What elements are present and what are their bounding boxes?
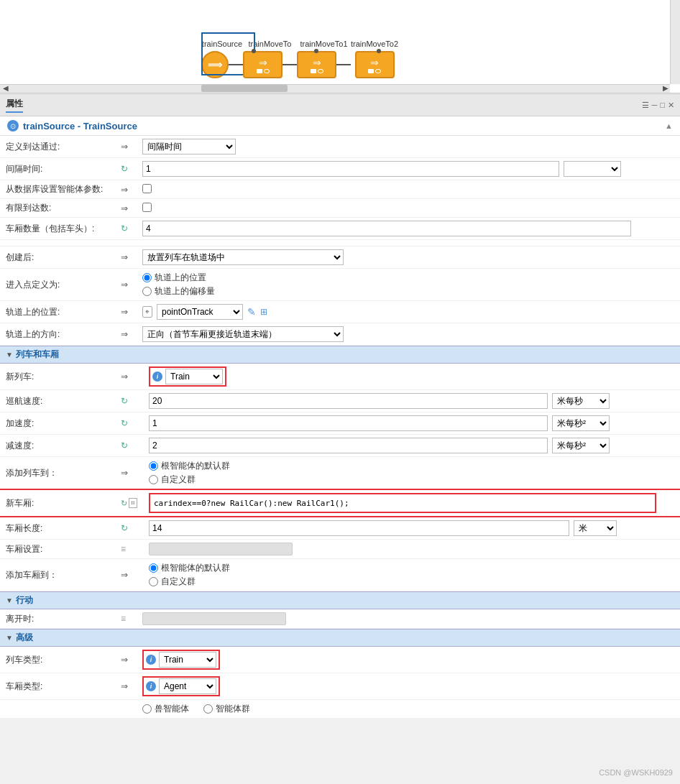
decel-input[interactable]: [149, 438, 548, 453]
node-source-icon[interactable]: ⟹: [201, 51, 229, 78]
node-trainMoveTo[interactable]: trainMoveTo ⇒: [243, 40, 297, 78]
decel-label: 减速度:: [0, 435, 115, 457]
decel-unit[interactable]: 米每秒²: [552, 438, 610, 453]
section-action-divider: ▼ 行动: [0, 591, 680, 609]
track-edit-icon[interactable]: ✎: [247, 306, 256, 318]
track-link-icon[interactable]: ⊞: [260, 307, 267, 317]
accel-label: 加速度:: [0, 412, 115, 435]
sync-icon-4: ↻: [121, 418, 128, 428]
row-limit-arrival: 有限到达数: ⇒: [0, 199, 680, 218]
section-icon: ⊙: [7, 120, 19, 132]
row-track-position: 轨道上的位置: ⇒ ⌖ pointOnTrack ✎ ⊞: [0, 301, 680, 323]
entry-point-radio-2[interactable]: 轨道上的偏移量: [142, 285, 674, 298]
section-advanced-divider: ▼ 高级: [0, 629, 680, 647]
car-type-info-icon[interactable]: i: [146, 681, 156, 691]
db-param-checkbox[interactable]: [142, 184, 152, 193]
agent-type-radio[interactable]: 兽智能体: [142, 703, 189, 715]
arrow-icon-10: ⇒: [121, 570, 128, 580]
properties-panel: 属性 ☰ ─ □ ✕ ⊙ trainSource - TrainSource ▲…: [0, 93, 680, 719]
depart-label: 离开时:: [0, 609, 115, 629]
add-car-radio-1[interactable]: 根智能体的默认群: [149, 562, 674, 574]
row-cruise-speed: 巡航速度: ↻ 米每秒: [0, 390, 680, 412]
row-after-create: 创建后: ⇒ 放置列车在轨道场中: [0, 246, 680, 269]
track-position-select[interactable]: pointOnTrack: [157, 304, 243, 320]
limit-arrival-checkbox[interactable]: [142, 203, 152, 212]
interval-input[interactable]: [142, 161, 559, 177]
node-trainMoveTo2-label: trainMoveTo2: [351, 40, 398, 48]
arrow-icon-6: ⇒: [121, 307, 128, 317]
row-new-train: 新列车: ⇒ i Train: [0, 364, 680, 390]
section-train-car-divider: ▼ 列车和车厢: [0, 346, 680, 364]
panel-menu-icon[interactable]: ☰: [642, 101, 649, 110]
row-add-car: 添加车厢到： ⇒ 根智能体的默认群 自定义群: [0, 559, 680, 591]
new-train-select[interactable]: Train: [165, 369, 223, 384]
row-entry-point: 进入点定义为: ⇒ 轨道上的位置 轨道上的偏移量: [0, 269, 680, 301]
new-car-input[interactable]: [151, 495, 654, 511]
sync-icon-5: ↻: [121, 441, 128, 451]
node-trainSource[interactable]: trainSource ⟹: [201, 40, 243, 78]
row-car-settings: 车厢设置: ≡: [0, 540, 680, 559]
smart-type-radio[interactable]: 智能体群: [203, 703, 250, 715]
car-length-label: 车厢长度:: [0, 517, 115, 540]
properties-tab[interactable]: 属性: [6, 98, 23, 113]
sync-icon-7: ↻: [121, 523, 128, 533]
cruise-speed-input[interactable]: [149, 393, 548, 409]
panel-maximize-icon[interactable]: □: [660, 101, 665, 110]
arrow-icon-8: ⇒: [121, 372, 128, 382]
node-trainMoveTo1[interactable]: trainMoveTo1 ⇒: [297, 40, 351, 78]
track-direction-label: 轨道上的方向:: [0, 323, 115, 346]
train-info-icon[interactable]: i: [152, 372, 162, 382]
panel-minimize-icon[interactable]: ─: [652, 101, 658, 110]
row-agent-type: 兽智能体 智能体群: [0, 700, 680, 719]
node-trainMoveTo-label: trainMoveTo: [249, 40, 292, 48]
row-add-train: 添加列车到： ⇒ 根智能体的默认群 自定义群: [0, 457, 680, 490]
car-count-input[interactable]: [142, 221, 631, 236]
panel-close-icon[interactable]: ✕: [668, 101, 674, 110]
car-length-input[interactable]: [149, 520, 569, 536]
arrow-icon-3: ⇒: [121, 203, 128, 213]
arrow-icon-4: ⇒: [121, 252, 128, 262]
car-length-unit[interactable]: 米: [574, 520, 617, 536]
advanced-form: 列车类型: ⇒ i Train 车厢类型: ⇒ i: [0, 647, 680, 719]
panel-tab-bar: 属性 ☰ ─ □ ✕: [0, 95, 680, 116]
arrow-icon-11: ⇒: [121, 655, 128, 665]
section-title: trainSource - TrainSource: [23, 121, 137, 132]
accel-unit[interactable]: 米每秒²: [552, 415, 610, 431]
train-type-select[interactable]: Train: [159, 652, 216, 668]
sync-icon-6: ↻: [121, 499, 127, 508]
train-type-info-icon[interactable]: i: [146, 655, 156, 665]
row-new-car: 新车厢: ↻ ⌗: [0, 489, 680, 517]
node-trainMoveTo2[interactable]: trainMoveTo2 ⇒: [351, 40, 398, 78]
properties-form: 定义到达通过: ⇒ 间隔时间 间隔时间: ↻ 分钟: [0, 136, 680, 346]
add-train-radio-1[interactable]: 根智能体的默认群: [149, 460, 674, 472]
interval-unit-select[interactable]: 分钟: [564, 161, 621, 177]
db-param-label: 从数据库设置智能体参数:: [0, 180, 115, 199]
row-db-param: 从数据库设置智能体参数: ⇒: [0, 180, 680, 199]
row-accel: 加速度: ↻ 米每秒²: [0, 412, 680, 435]
arrow-icon-5: ⇒: [121, 280, 128, 290]
arrow-icon-9: ⇒: [121, 468, 128, 478]
add-car-radio-2[interactable]: 自定义群: [149, 576, 674, 588]
code-icon: ⌗: [129, 498, 137, 508]
eq-icon-2: ≡: [121, 614, 126, 624]
row-define-arrival: 定义到达通过: ⇒ 间隔时间: [0, 136, 680, 158]
after-create-select[interactable]: 放置列车在轨道场中: [142, 249, 344, 265]
action-form: 离开时: ≡: [0, 609, 680, 629]
car-type-select[interactable]: Agent: [159, 678, 216, 694]
canvas-area: trainSource ⟹ trainMoveTo ⇒: [0, 0, 680, 93]
row-interval: 间隔时间: ↻ 分钟: [0, 158, 680, 180]
train-type-highlight-box: i Train: [142, 650, 220, 670]
train-type-label: 列车类型:: [0, 647, 115, 673]
triangle-icon-2: ▼: [6, 596, 13, 604]
eq-icon: ≡: [121, 544, 126, 554]
cruise-speed-unit[interactable]: 米每秒: [552, 393, 610, 409]
define-arrival-select[interactable]: 间隔时间: [142, 139, 236, 155]
arrow-icon-7: ⇒: [121, 329, 128, 339]
accel-input[interactable]: [149, 415, 548, 431]
limit-arrival-label: 有限到达数:: [0, 199, 115, 218]
define-arrival-label: 定义到达通过:: [0, 136, 115, 158]
track-direction-select[interactable]: 正向（首节车厢更接近轨道末端）: [142, 326, 344, 342]
entry-point-radio-1[interactable]: 轨道上的位置: [142, 272, 674, 284]
row-car-length: 车厢长度: ↻ 米: [0, 517, 680, 540]
add-train-radio-2[interactable]: 自定义群: [149, 474, 674, 486]
